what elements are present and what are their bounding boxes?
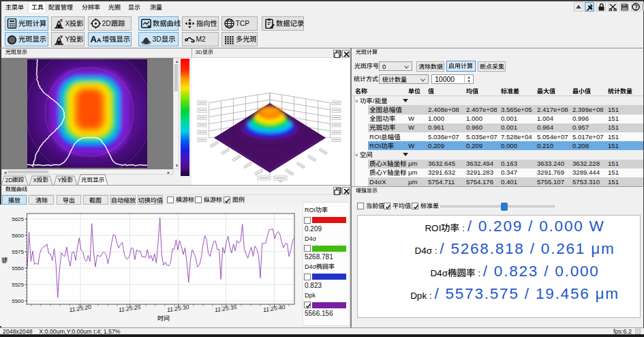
svg-text:5575: 5575 [12, 249, 24, 255]
svg-text:5625: 5625 [12, 216, 24, 222]
svg-text:5500: 5500 [12, 298, 24, 304]
svg-text:5550: 5550 [12, 265, 24, 272]
svg-text:5600: 5600 [12, 233, 24, 239]
svg-text:5525: 5525 [12, 282, 24, 288]
